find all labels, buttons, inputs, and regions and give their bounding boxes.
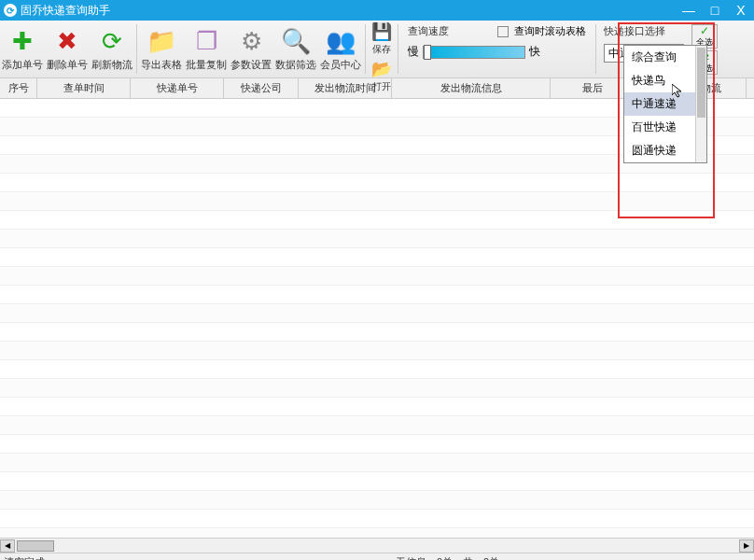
folder-icon: 📁 [147,26,176,56]
dropdown-item[interactable]: 中通速递 [624,92,706,116]
table-row[interactable] [0,248,754,267]
table-row[interactable] [0,323,754,342]
scroll-right-button[interactable]: ▶ [739,539,754,553]
dropdown-item[interactable]: 圆通快递 [624,139,706,162]
copy-icon: ❐ [191,26,221,56]
status-mid: 无信息：0单，共：0单 [396,555,750,560]
slow-label: 慢 [408,44,419,60]
table-row[interactable] [0,192,754,211]
dropdown-item[interactable]: 百世快递 [624,116,706,139]
scroll-checkbox[interactable] [497,26,509,37]
column-header[interactable]: 快递公司 [224,78,299,98]
table-row[interactable] [0,211,754,230]
fast-label: 快 [529,44,540,60]
column-header[interactable]: 发出物流时间 [299,78,392,98]
horizontal-scrollbar[interactable]: ◀ ▶ [0,538,754,553]
table-row[interactable] [0,286,754,304]
settings-button[interactable]: ⚙ 参数设置 [229,21,273,77]
minimize-button[interactable]: — [679,2,698,19]
dropdown-scroll-thumb[interactable] [697,48,705,118]
export-button[interactable]: 📁 导出表格 [139,21,184,77]
open-icon: 📂 [372,60,391,78]
status-left: 清空完成 [4,555,396,560]
api-dropdown[interactable]: 综合查询快递鸟中通速递百世快递圆通快递 [623,45,707,163]
speed-group: 查询速度 查询时滚动表格 慢 快 [400,21,593,77]
app-icon: ⟳ [4,4,17,17]
column-header[interactable]: 快递单号 [131,78,224,98]
delete-button[interactable]: ✖ 删除单号 [45,21,90,77]
table-row[interactable] [0,267,754,286]
speed-slider[interactable] [423,46,525,59]
scroll-check-label: 查询时滚动表格 [514,24,586,38]
member-button[interactable]: 👥 会员中心 [318,21,363,77]
table-body[interactable] [0,99,754,538]
filter-button[interactable]: 🔍 数据筛选 [273,21,318,77]
table-row[interactable] [0,416,754,435]
window-title: 固乔快递查询助手 [21,3,679,19]
plus-icon: ✚ [7,26,37,56]
dropdown-scrollbar[interactable] [695,46,706,162]
table-row[interactable] [0,454,754,472]
dropdown-item[interactable]: 综合查询 [624,46,706,69]
table-row[interactable] [0,230,754,248]
table-row[interactable] [0,360,754,379]
column-header[interactable]: 序号 [0,78,37,98]
slider-thumb[interactable] [424,45,431,60]
dropdown-item[interactable]: 快递鸟 [624,69,706,92]
column-header[interactable]: 最后 [551,78,635,98]
table-row[interactable] [0,510,754,528]
copy-button[interactable]: ❐ 批量复制 [184,21,229,77]
scroll-left-button[interactable]: ◀ [0,539,15,553]
refresh-icon: ⟳ [97,26,127,56]
scroll-thumb[interactable] [17,540,54,552]
table-row[interactable] [0,491,754,510]
add-button[interactable]: ✚ 添加单号 [0,21,45,77]
cross-icon: ✖ [52,26,82,56]
table-row[interactable] [0,342,754,360]
refresh-button[interactable]: ⟳ 刷新物流 [90,21,134,77]
gear-icon: ⚙ [236,26,266,56]
table-row[interactable] [0,304,754,323]
table-row[interactable] [0,435,754,454]
select-all-icon: ✓ [700,25,709,36]
table-row[interactable] [0,398,754,416]
table-row[interactable] [0,528,754,538]
status-bar: 清空完成 无信息：0单，共：0单 [0,553,754,560]
save-icon: 💾 [372,22,391,41]
table-row[interactable] [0,379,754,398]
save-button[interactable]: 💾 保存 [368,21,396,58]
search-icon: 🔍 [281,26,311,56]
maximize-button[interactable]: □ [705,2,724,19]
title-bar: ⟳ 固乔快递查询助手 — □ X [0,0,754,21]
table-row[interactable] [0,472,754,491]
table-row[interactable] [0,174,754,192]
column-header[interactable]: 查单时间 [37,78,131,98]
column-header[interactable]: 发出物流信息 [392,78,551,98]
close-button[interactable]: X [732,2,750,19]
api-title: 快递接口选择 [604,24,684,38]
users-icon: 👥 [326,26,356,56]
speed-title: 查询速度 [408,24,449,38]
